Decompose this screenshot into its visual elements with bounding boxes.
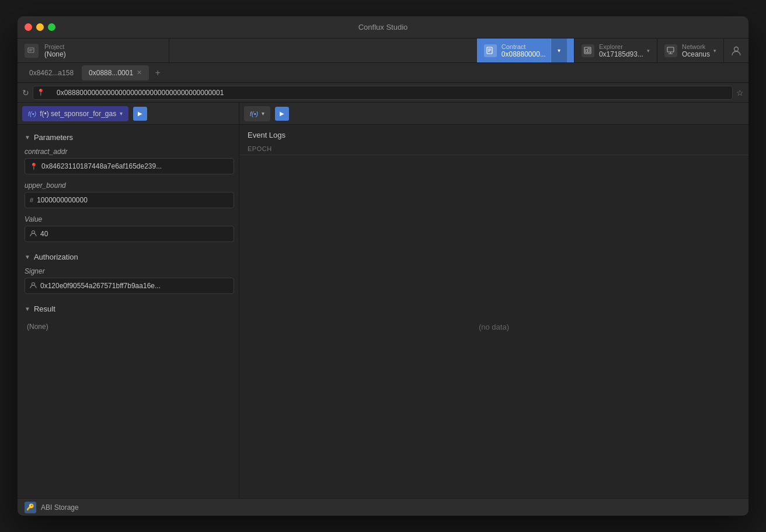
explorer-section[interactable]: Explorer 0x17185d93... ▾ bbox=[574, 38, 657, 62]
event-logs: Event Logs EPOCH (no data) bbox=[239, 125, 748, 498]
no-data-label: (no data) bbox=[479, 323, 509, 331]
explorer-value: 0x17185d93... bbox=[599, 50, 643, 58]
value-field: Value 40 bbox=[22, 215, 234, 242]
svg-rect-8 bbox=[586, 50, 587, 52]
address-pin-icon: 📍 bbox=[37, 89, 45, 96]
project-info: Project (None) bbox=[44, 43, 66, 58]
contract-addr-field: contract_addr 📍 0x84623110187448a7e6af16… bbox=[22, 148, 234, 174]
right-function-selector[interactable]: f(•) ▾ bbox=[244, 106, 270, 121]
tab-add-button[interactable]: + bbox=[150, 65, 165, 80]
svg-point-13 bbox=[734, 47, 739, 51]
network-label: Network bbox=[682, 43, 710, 50]
function-bar: f(•) f(•) set_sponsor_for_gas ▾ ▶ bbox=[18, 103, 239, 125]
user-button[interactable] bbox=[724, 38, 748, 62]
svg-rect-9 bbox=[588, 48, 590, 52]
bookmark-button[interactable]: ☆ bbox=[736, 88, 744, 97]
address-value: 0x08880000000000000000000000000000000000… bbox=[47, 89, 224, 97]
explorer-icon bbox=[582, 44, 594, 57]
event-logs-title: Event Logs bbox=[239, 125, 748, 143]
network-dropdown-icon: ▾ bbox=[713, 48, 716, 54]
explorer-dropdown-icon: ▾ bbox=[647, 48, 650, 54]
run-button[interactable]: ▶ bbox=[133, 107, 147, 121]
result-label: Result bbox=[34, 304, 55, 313]
toolbar: Project (None) Contract 0x08880000... ▾ bbox=[18, 38, 748, 63]
contract-addr-value: 0x84623110187448a7e6af165de239... bbox=[41, 162, 229, 170]
parameters-section-header[interactable]: ▼ Parameters bbox=[22, 130, 234, 145]
minimize-button[interactable] bbox=[36, 23, 44, 31]
tab-1-close[interactable]: ✕ bbox=[137, 69, 142, 76]
contract-addr-input[interactable]: 📍 0x84623110187448a7e6af165de239... bbox=[25, 158, 234, 174]
title-bar: Conflux Studio bbox=[18, 16, 748, 38]
contract-label: Contract bbox=[502, 43, 546, 50]
bottom-bar: 🔑 ABI Storage bbox=[18, 498, 748, 516]
upper-bound-label: upper_bound bbox=[25, 181, 234, 190]
signer-field: Signer 0x120e0f90554a267571bff7b9aa16e..… bbox=[22, 267, 234, 294]
network-info: Network Oceanus bbox=[682, 43, 710, 58]
function-selector-arrow: ▾ bbox=[120, 110, 123, 117]
contract-icon bbox=[484, 44, 497, 57]
value-user-icon bbox=[30, 230, 37, 238]
upper-bound-value: 1000000000000 bbox=[37, 196, 229, 204]
contract-addr-label: contract_addr bbox=[25, 148, 234, 156]
upper-bound-hash-icon: # bbox=[30, 197, 33, 204]
contract-value: 0x08880000... bbox=[502, 50, 546, 58]
main-content: f(•) f(•) set_sponsor_for_gas ▾ ▶ ▼ Para… bbox=[18, 103, 748, 498]
main-window: Conflux Studio Project (None) bbox=[18, 16, 748, 516]
tab-1[interactable]: 0x0888...0001 ✕ bbox=[82, 65, 149, 80]
result-value: (None) bbox=[25, 319, 234, 334]
explorer-info: Explorer 0x17185d93... bbox=[599, 43, 643, 58]
bottom-label: ABI Storage bbox=[41, 503, 79, 512]
project-section: Project (None) bbox=[18, 38, 169, 62]
right-f-arrow: ▾ bbox=[262, 110, 264, 117]
network-value: Oceanus bbox=[682, 50, 710, 58]
maximize-button[interactable] bbox=[48, 23, 55, 31]
project-label: Project bbox=[44, 43, 66, 50]
event-logs-empty: (no data) bbox=[239, 155, 748, 498]
left-panel: f(•) f(•) set_sponsor_for_gas ▾ ▶ ▼ Para… bbox=[18, 103, 239, 498]
authorization-section-header[interactable]: ▼ Authorization bbox=[22, 249, 234, 265]
signer-input[interactable]: 0x120e0f90554a267571bff7b9aa16e... bbox=[25, 278, 234, 294]
right-f-badge: f(•) bbox=[250, 110, 258, 117]
network-section[interactable]: Network Oceanus ▾ bbox=[657, 38, 724, 62]
svg-rect-10 bbox=[667, 47, 674, 52]
result-section-header[interactable]: ▼ Result bbox=[22, 301, 234, 317]
signer-user-icon bbox=[30, 282, 37, 290]
project-value: (None) bbox=[44, 50, 66, 58]
tab-0[interactable]: 0x8462...a158 bbox=[22, 65, 81, 80]
key-icon: 🔑 bbox=[25, 502, 36, 513]
contract-button[interactable]: Contract 0x08880000... ▾ bbox=[477, 38, 574, 62]
right-function-bar: f(•) ▾ ▶ bbox=[239, 103, 748, 125]
explorer-label: Explorer bbox=[599, 43, 643, 50]
close-button[interactable] bbox=[25, 23, 32, 31]
right-panel: f(•) ▾ ▶ Event Logs EPOCH (no data) bbox=[239, 103, 748, 498]
contract-dropdown-arrow[interactable]: ▾ bbox=[551, 38, 567, 62]
tabs-bar: 0x8462...a158 0x0888...0001 ✕ + bbox=[18, 63, 748, 83]
refresh-button[interactable]: ↻ bbox=[22, 88, 29, 97]
window-title: Conflux Studio bbox=[358, 23, 408, 32]
value-input[interactable]: 40 bbox=[25, 226, 234, 242]
tab-1-label: 0x0888...0001 bbox=[89, 69, 133, 77]
function-name: f(•) set_sponsor_for_gas bbox=[40, 110, 116, 118]
panel-scroll[interactable]: ▼ Parameters contract_addr 📍 0x846231101… bbox=[18, 125, 239, 498]
result-section: (None) bbox=[22, 319, 234, 334]
address-bar: ↻ 📍 0x0888000000000000000000000000000000… bbox=[18, 83, 748, 103]
contract-info: Contract 0x08880000... bbox=[502, 43, 546, 58]
svg-rect-0 bbox=[28, 48, 34, 52]
signer-value: 0x120e0f90554a267571bff7b9aa16e... bbox=[40, 282, 229, 290]
contract-addr-pin-icon: 📍 bbox=[30, 163, 38, 170]
parameters-chevron: ▼ bbox=[25, 134, 30, 141]
function-selector[interactable]: f(•) f(•) set_sponsor_for_gas ▾ bbox=[22, 106, 128, 121]
address-input-container[interactable]: 📍 0x088800000000000000000000000000000000… bbox=[33, 86, 733, 100]
value-label: Value bbox=[25, 215, 234, 223]
signer-label: Signer bbox=[25, 267, 234, 275]
function-badge: f(•) bbox=[28, 110, 36, 117]
epoch-header: EPOCH bbox=[239, 143, 748, 155]
upper-bound-input[interactable]: # 1000000000000 bbox=[25, 192, 234, 208]
right-run-button[interactable]: ▶ bbox=[275, 107, 289, 121]
traffic-lights bbox=[25, 23, 55, 31]
project-icon bbox=[25, 44, 39, 58]
result-chevron: ▼ bbox=[25, 306, 30, 312]
network-icon bbox=[664, 44, 677, 57]
tab-0-label: 0x8462...a158 bbox=[29, 69, 74, 77]
upper-bound-field: upper_bound # 1000000000000 bbox=[22, 181, 234, 208]
